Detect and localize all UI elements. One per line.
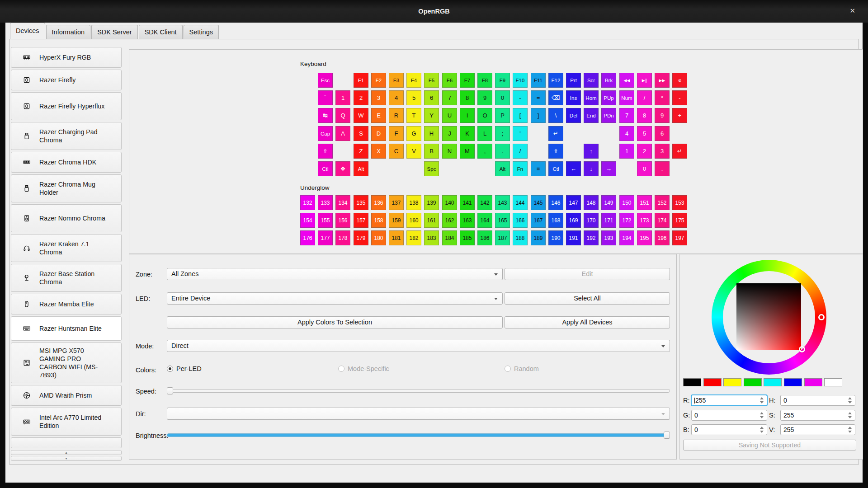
- key-y[interactable]: Y: [424, 108, 439, 123]
- spin-up-icon[interactable]: [760, 427, 764, 429]
- key-7[interactable]: 7: [442, 90, 457, 105]
- led-160[interactable]: 160: [406, 213, 421, 228]
- key-numpad-9[interactable]: 9: [655, 108, 670, 123]
- key-3[interactable]: 3: [371, 90, 386, 105]
- key-numpad-5[interactable]: 5: [637, 126, 652, 141]
- led-142[interactable]: 142: [477, 195, 492, 210]
- led-162[interactable]: 162: [442, 213, 457, 228]
- key-j[interactable]: J: [442, 126, 457, 141]
- led-167[interactable]: 167: [531, 213, 546, 228]
- led-182[interactable]: 182: [406, 230, 421, 245]
- key-end[interactable]: End: [584, 108, 599, 123]
- key-arrow-down[interactable]: ↓: [584, 161, 599, 176]
- key-media-next[interactable]: ▶▶: [655, 73, 670, 88]
- device-razer-firefly-hyperflux[interactable]: Razer Firefly Hyperflux: [11, 92, 122, 120]
- led-179[interactable]: 179: [354, 230, 368, 245]
- led-159[interactable]: 159: [389, 213, 404, 228]
- key-equals[interactable]: =: [531, 90, 546, 105]
- key-media-play-pause[interactable]: ▶∥: [637, 73, 652, 88]
- key-lbracket[interactable]: [: [513, 108, 528, 123]
- led-187[interactable]: 187: [495, 230, 510, 245]
- key-z[interactable]: Z: [354, 144, 368, 159]
- key-backspace[interactable]: ⌫: [548, 90, 563, 105]
- saving-not-supported-button[interactable]: Saving Not Supported: [683, 440, 856, 450]
- key-g[interactable]: G: [406, 126, 421, 141]
- key-numpad-0[interactable]: 0: [637, 161, 652, 176]
- led-164[interactable]: 164: [477, 213, 492, 228]
- led-select[interactable]: Entire Device: [167, 292, 503, 305]
- led-146[interactable]: 146: [548, 195, 563, 210]
- led-133[interactable]: 133: [318, 195, 333, 210]
- key-f4[interactable]: F4: [406, 73, 421, 88]
- led-175[interactable]: 175: [672, 213, 687, 228]
- led-158[interactable]: 158: [371, 213, 386, 228]
- key-numpad-7[interactable]: 7: [619, 108, 634, 123]
- led-174[interactable]: 174: [655, 213, 670, 228]
- spin-up-icon[interactable]: [848, 427, 852, 429]
- key-o[interactable]: O: [477, 108, 492, 123]
- key-quote[interactable]: ': [513, 126, 528, 141]
- key-tab[interactable]: ↹: [318, 108, 333, 123]
- key-shift-left[interactable]: ⇧: [318, 144, 333, 159]
- key-numpad-minus[interactable]: -: [672, 90, 687, 105]
- key-fn[interactable]: Fn: [513, 161, 528, 176]
- key-2[interactable]: 2: [354, 90, 368, 105]
- key-semicolon[interactable]: ;: [495, 126, 510, 141]
- led-151[interactable]: 151: [637, 195, 652, 210]
- key-v[interactable]: V: [406, 144, 421, 159]
- saturation-value-square[interactable]: [736, 283, 801, 350]
- led-181[interactable]: 181: [389, 230, 404, 245]
- spin-down-icon[interactable]: [848, 416, 852, 418]
- key-hom[interactable]: Hom: [584, 90, 599, 105]
- led-138[interactable]: 138: [406, 195, 421, 210]
- spinner-arrows-icon[interactable]: [760, 427, 764, 433]
- led-169[interactable]: 169: [566, 213, 581, 228]
- device-razer-charging-pad-chroma[interactable]: Razer Charging Pad Chroma: [11, 122, 122, 150]
- led-165[interactable]: 165: [495, 213, 510, 228]
- tab-information[interactable]: Information: [46, 25, 91, 39]
- key-f7[interactable]: F7: [460, 73, 475, 88]
- apply-all-devices-button[interactable]: Apply All Devices: [505, 316, 670, 328]
- key-arrow-up[interactable]: ↑: [584, 144, 599, 159]
- key-esc[interactable]: Esc: [318, 73, 333, 88]
- led-137[interactable]: 137: [389, 195, 404, 210]
- device-razer-chroma-mug-holder[interactable]: Razer Chroma Mug Holder: [11, 174, 122, 202]
- key-p[interactable]: P: [495, 108, 510, 123]
- swatch-blue[interactable]: [784, 378, 802, 386]
- key-k[interactable]: K: [460, 126, 475, 141]
- saturation-value-marker[interactable]: [799, 346, 805, 352]
- led-190[interactable]: 190: [548, 230, 563, 245]
- key-x[interactable]: X: [371, 144, 386, 159]
- b-input[interactable]: 0: [691, 424, 767, 435]
- led-143[interactable]: 143: [495, 195, 510, 210]
- key-e[interactable]: E: [371, 108, 386, 123]
- led-132[interactable]: 132: [300, 195, 315, 210]
- led-155[interactable]: 155: [318, 213, 333, 228]
- led-184[interactable]: 184: [442, 230, 457, 245]
- key-c[interactable]: C: [389, 144, 404, 159]
- key-numpad-6[interactable]: 6: [655, 126, 670, 141]
- device-list-scroll-up-button[interactable]: ▲: [11, 450, 122, 455]
- key-f[interactable]: F: [389, 126, 404, 141]
- swatch-red[interactable]: [703, 378, 722, 386]
- key-5[interactable]: 5: [406, 90, 421, 105]
- key-f11[interactable]: F11: [531, 73, 546, 88]
- led-144[interactable]: 144: [513, 195, 528, 210]
- key-i[interactable]: I: [460, 108, 475, 123]
- spin-up-icon[interactable]: [848, 412, 852, 414]
- key-backslash[interactable]: \: [548, 108, 563, 123]
- key-9[interactable]: 9: [477, 90, 492, 105]
- key-m[interactable]: M: [460, 144, 475, 159]
- spin-up-icon[interactable]: [848, 397, 852, 399]
- key-l[interactable]: L: [477, 126, 492, 141]
- led-156[interactable]: 156: [335, 213, 350, 228]
- key-f2[interactable]: F2: [371, 73, 386, 88]
- led-157[interactable]: 157: [354, 213, 368, 228]
- key-enter[interactable]: ↵: [548, 126, 563, 141]
- led-180[interactable]: 180: [371, 230, 386, 245]
- key-t[interactable]: T: [406, 108, 421, 123]
- swatch-magenta[interactable]: [804, 378, 822, 386]
- device-razer-huntsman-elite[interactable]: Razer Huntsman Elite: [11, 316, 122, 341]
- key-rbracket[interactable]: ]: [531, 108, 546, 123]
- led-194[interactable]: 194: [619, 230, 634, 245]
